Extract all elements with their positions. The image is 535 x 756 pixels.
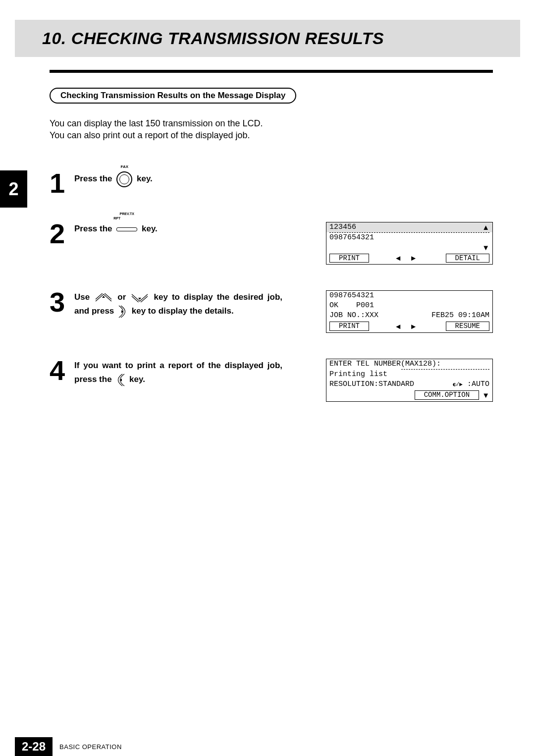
page-number: 2-28 bbox=[15, 737, 53, 756]
text: Use bbox=[74, 292, 94, 302]
lcd-text: RESOLUTION:STANDARD bbox=[329, 380, 414, 389]
svg-marker-0 bbox=[102, 296, 105, 298]
text: or bbox=[117, 292, 130, 302]
fax-key-icon: FAX bbox=[114, 171, 134, 187]
softkey-print: PRINT bbox=[329, 254, 369, 263]
intro-line: You can display the last 150 transmissio… bbox=[50, 117, 493, 129]
horizontal-rule bbox=[50, 70, 493, 73]
lcd-text: FEB25 09:10AM bbox=[431, 311, 489, 320]
lcd-text: P001 bbox=[356, 301, 374, 310]
step-body: If you want to print a report of the dis… bbox=[74, 359, 282, 387]
step-number: 2 bbox=[50, 222, 68, 246]
text: If you want to print a report of the dis… bbox=[74, 361, 282, 384]
down-arrow-icon: ▼ bbox=[482, 391, 489, 400]
lcd-row: Printing list bbox=[326, 370, 492, 379]
title-bar: 10. CHECKING TRANSMISSION RESULTS bbox=[15, 20, 520, 57]
manual-page: 10. CHECKING TRANSMISSION RESULTS 2 Chec… bbox=[0, 20, 535, 756]
lcd-text: 123456 bbox=[329, 223, 356, 232]
lcd-row: ▼ bbox=[326, 243, 492, 253]
lcd-text: OK bbox=[329, 301, 338, 310]
lcd-screen-3: ENTER TEL NUMBER(MAX128): Printing list … bbox=[326, 359, 493, 402]
step-number: 1 bbox=[50, 171, 68, 195]
key-label-top: PREV.TX bbox=[120, 211, 134, 217]
steps: 1 Press the FAX key. 2 Press the PREV.TX bbox=[50, 171, 493, 402]
side-tab: 2 bbox=[0, 170, 27, 208]
lcd-text: 0987654321 bbox=[329, 233, 374, 242]
prevtx-key-icon: PREV.TX RPT bbox=[114, 222, 139, 236]
lcd-row: JOB NO.:XXX FEB25 09:10AM bbox=[326, 311, 492, 321]
lcd-row: OK P001 bbox=[326, 301, 492, 311]
right-key-icon bbox=[117, 305, 128, 319]
lcd-text: ENTER TEL NUMBER(MAX128): bbox=[329, 360, 441, 369]
lcd-softkeys: PRINT ◄ ► DETAIL bbox=[326, 253, 492, 265]
softkey-commoption: COMM.OPTION bbox=[415, 390, 479, 400]
down-key-icon bbox=[131, 293, 149, 302]
step-2: 2 Press the PREV.TX RPT key. 123456 ▲ bbox=[50, 222, 493, 265]
up-key-icon bbox=[95, 293, 112, 302]
text: Press the bbox=[74, 224, 114, 233]
intro-text: You can display the last 150 transmissio… bbox=[50, 117, 493, 142]
page-title: 10. CHECKING TRANSMISSION RESULTS bbox=[42, 29, 493, 48]
text: Press the bbox=[74, 174, 114, 183]
nav-arrows-icon: ◄ ► bbox=[372, 322, 443, 331]
softkey-print: PRINT bbox=[329, 322, 369, 331]
text: key. bbox=[129, 375, 145, 384]
step-number: 4 bbox=[50, 359, 68, 382]
left-key-icon bbox=[115, 373, 126, 387]
svg-marker-1 bbox=[138, 298, 141, 300]
text: key. bbox=[137, 174, 153, 183]
step-4: 4 If you want to print a report of the d… bbox=[50, 359, 493, 402]
step-body: Use or key to display the desired job, a… bbox=[74, 290, 282, 319]
fax-key-label: FAX bbox=[120, 163, 128, 170]
footer-label: BASIC OPERATION bbox=[59, 743, 122, 751]
lcd-row: RESOLUTION:STANDARD ◐/▶ :AUTO bbox=[326, 379, 492, 389]
lcd-text: 0987654321 bbox=[329, 291, 374, 300]
lcd-softkeys: PRINT ◄ ► RESUME bbox=[326, 321, 492, 332]
lcd-text: :AUTO bbox=[463, 380, 489, 388]
step-number: 3 bbox=[50, 290, 68, 314]
text: key. bbox=[142, 224, 158, 233]
step-1: 1 Press the FAX key. bbox=[50, 171, 493, 196]
subheading-pill: Checking Transmission Results on the Mes… bbox=[50, 88, 296, 104]
nav-arrows-icon: ◄ ► bbox=[372, 254, 443, 263]
footer: 2-28 BASIC OPERATION bbox=[15, 737, 122, 756]
lcd-row: 0987654321 bbox=[326, 291, 492, 301]
up-arrow-icon: ▲ bbox=[482, 223, 489, 232]
step-body: Press the PREV.TX RPT key. bbox=[74, 222, 282, 236]
lcd-text: JOB NO.:XXX bbox=[329, 311, 378, 320]
step-body: Press the FAX key. bbox=[74, 171, 282, 187]
lcd-softkeys: COMM.OPTION ▼ bbox=[326, 389, 492, 401]
softkey-resume: RESUME bbox=[446, 322, 489, 331]
lcd-row: 123456 ▲ bbox=[326, 222, 492, 232]
lcd-text: Printing list bbox=[329, 370, 387, 379]
key-label-mid: RPT bbox=[113, 216, 120, 221]
step-3: 3 Use or key to display the desired job,… bbox=[50, 290, 493, 333]
content: Checking Transmission Results on the Mes… bbox=[50, 88, 493, 402]
lcd-row: ENTER TEL NUMBER(MAX128): bbox=[326, 359, 492, 369]
down-arrow-icon: ▼ bbox=[482, 243, 489, 252]
mode-icon: ◐/▶ bbox=[453, 381, 463, 387]
lcd-screen-1: 123456 ▲ 0987654321 ▼ PRINT ◄ ► DETAI bbox=[326, 222, 493, 265]
intro-line: You can also print out a report of the d… bbox=[50, 129, 493, 141]
lcd-screen-2: 0987654321 OK P001 JOB NO.:XXX FEB25 09:… bbox=[326, 290, 493, 333]
softkey-detail: DETAIL bbox=[446, 254, 489, 263]
lcd-row: 0987654321 bbox=[326, 233, 492, 243]
text: key to display the details. bbox=[132, 306, 234, 316]
